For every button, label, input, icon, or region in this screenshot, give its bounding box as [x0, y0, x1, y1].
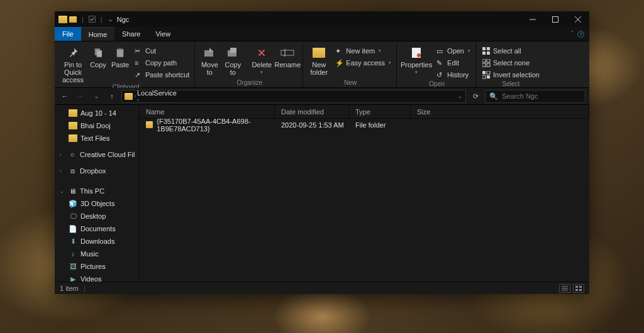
easy-access-icon: ⚡ — [335, 59, 343, 67]
edit-icon: ✎ — [436, 59, 445, 67]
column-name[interactable]: Name — [140, 105, 275, 118]
tab-file[interactable]: File — [55, 27, 81, 41]
copy-path-button[interactable]: ≡Copy path — [132, 57, 192, 68]
ribbon-collapse-icon[interactable]: ˆ — [571, 30, 574, 38]
chevron-right-icon: › — [137, 97, 183, 103]
thumbnails-view-button[interactable] — [573, 284, 584, 293]
details-view-button[interactable] — [559, 284, 570, 293]
path-icon: ≡ — [135, 59, 143, 67]
sidebar-item[interactable]: ▶Videos — [55, 273, 139, 281]
move-to-button[interactable]: Move to — [199, 43, 220, 76]
recent-locations-button[interactable]: ⌄ — [90, 90, 103, 102]
sidebar-item[interactable]: ›⧈Dropbox — [55, 165, 139, 177]
folder-icon — [125, 93, 133, 100]
sidebar-item[interactable]: Text Files — [55, 132, 139, 145]
sidebar-item[interactable]: ›○Creative Cloud Fil — [55, 148, 139, 161]
svg-rect-25 — [487, 63, 490, 67]
pc-icon: 🖥 — [68, 187, 77, 195]
refresh-button[interactable]: ⟳ — [469, 90, 482, 102]
rename-icon — [280, 46, 294, 60]
ribbon-group-clipboard: Pin to Quick access Copy Paste ✂Cut ≡Cop… — [57, 43, 195, 87]
drive-icon: ♪ — [69, 250, 77, 258]
svg-rect-0 — [89, 16, 96, 23]
drive-icon: 🖼 — [69, 263, 77, 270]
new-folder-icon — [312, 46, 326, 60]
sidebar-item[interactable]: ♪Music — [55, 248, 139, 260]
folder-icon — [69, 109, 77, 117]
svg-text:?: ? — [579, 31, 582, 37]
tab-view[interactable]: View — [148, 27, 178, 41]
file-list[interactable]: Name Date modified Type Size {F35170B7-4… — [140, 105, 589, 281]
svg-rect-36 — [579, 289, 582, 291]
svg-rect-19 — [487, 47, 490, 50]
folder-icon — [69, 134, 77, 142]
paste-shortcut-button[interactable]: ↗Paste shortcut — [132, 69, 192, 80]
column-date[interactable]: Date modified — [275, 105, 349, 118]
new-folder-button[interactable]: New folder — [307, 43, 331, 76]
move-icon — [203, 46, 216, 60]
sidebar-item[interactable]: Aug 10 - 14 — [55, 107, 139, 119]
dropdown-icon[interactable]: ⌄ — [108, 15, 113, 23]
delete-button[interactable]: Delete ▾ — [250, 43, 273, 75]
address-bar[interactable]: › This PC›Local Disk (C:)›Windows›Servic… — [121, 90, 466, 103]
history-button[interactable]: ↺History — [434, 69, 473, 80]
drive-icon: ▶ — [69, 275, 77, 281]
column-type[interactable]: Type — [349, 105, 411, 118]
easy-access-button[interactable]: ⚡Easy access▾ — [333, 57, 394, 68]
forward-button[interactable]: → — [74, 90, 87, 102]
separator: | — [82, 16, 84, 23]
svg-rect-8 — [97, 50, 102, 57]
sidebar-item[interactable]: 📄Documents — [55, 222, 139, 235]
minimize-button[interactable] — [521, 11, 544, 27]
svg-rect-2 — [553, 16, 558, 22]
svg-rect-21 — [487, 52, 490, 55]
sidebar-item[interactable]: 🖵Desktop — [55, 210, 139, 222]
paste-button[interactable]: Paste — [110, 43, 130, 68]
navigation-pane[interactable]: Aug 10 - 14Bhai DoojText Files ›○Creativ… — [55, 105, 140, 281]
svg-rect-11 — [204, 50, 213, 57]
sidebar-item[interactable]: 🧊3D Objects — [55, 197, 139, 210]
close-button[interactable] — [567, 11, 589, 27]
properties-button[interactable]: Properties ▾ — [401, 43, 432, 75]
new-item-button[interactable]: ✦New item▾ — [333, 45, 394, 57]
up-button[interactable]: ↑ — [106, 90, 118, 102]
copy-to-button[interactable]: Copy to — [222, 43, 243, 76]
svg-rect-24 — [482, 63, 486, 67]
file-row[interactable]: {F35170B7-45AA-4CB4-A698-1B9E78ACD713} 2… — [140, 119, 589, 131]
pin-icon — [66, 46, 80, 60]
column-size[interactable]: Size — [411, 105, 589, 118]
sidebar-item[interactable]: 🖼Pictures — [55, 260, 139, 273]
chevron-down-icon[interactable]: ⌄ — [458, 93, 463, 99]
cut-button[interactable]: ✂Cut — [132, 45, 192, 57]
tab-home[interactable]: Home — [81, 27, 114, 41]
group-label: Select — [502, 80, 520, 87]
file-type: File folder — [349, 121, 411, 129]
tab-share[interactable]: Share — [114, 27, 148, 41]
maximize-button[interactable] — [544, 11, 567, 27]
quick-access-toolbar: | | ⌄ — [58, 15, 113, 23]
cloud-icon: ○ — [68, 151, 77, 158]
breadcrumb-segment[interactable]: LocalService — [137, 90, 183, 97]
open-button[interactable]: ▭Open▾ — [434, 45, 473, 57]
svg-rect-34 — [579, 286, 582, 288]
ribbon-group-new: New folder ✦New item▾ ⚡Easy access▾ New — [304, 43, 397, 87]
copy-button[interactable]: Copy — [88, 43, 108, 68]
invert-selection-button[interactable]: Invert selection — [480, 69, 542, 80]
back-button[interactable]: ← — [58, 90, 71, 102]
edit-button[interactable]: ✎Edit — [434, 57, 473, 68]
help-icon[interactable]: ? — [577, 31, 584, 38]
checkbox-icon — [89, 16, 96, 23]
file-explorer-window: | | ⌄ Ngc File Home Share View ˆ ? Pin t… — [55, 11, 589, 294]
sidebar-item-this-pc[interactable]: ⌄🖥This PC — [55, 185, 139, 197]
rename-button[interactable]: Rename — [275, 43, 300, 68]
titlebar[interactable]: | | ⌄ Ngc — [55, 11, 589, 27]
sidebar-item[interactable]: ⬇Downloads — [55, 235, 139, 248]
select-all-button[interactable]: Select all — [480, 45, 542, 57]
file-date: 2020-09-25 1:53 AM — [275, 121, 349, 129]
sidebar-item[interactable]: Bhai Dooj — [55, 119, 139, 132]
search-placeholder: Search Ngc — [502, 92, 538, 100]
pin-to-quick-access-button[interactable]: Pin to Quick access — [60, 43, 86, 84]
group-label: Organize — [237, 79, 263, 87]
select-none-button[interactable]: Select none — [480, 57, 542, 68]
search-box[interactable]: 🔍 Search Ngc — [485, 90, 586, 103]
